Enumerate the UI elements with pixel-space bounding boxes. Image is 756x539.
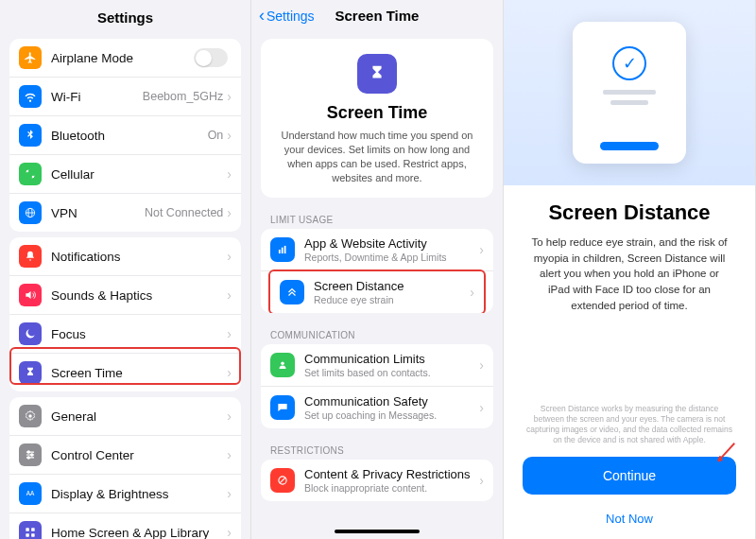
row-title: Screen Distance	[314, 279, 470, 293]
moon-icon	[19, 322, 42, 345]
row-airplane-mode[interactable]: Airplane Mode	[9, 39, 241, 78]
chevron-right-icon: ›	[479, 400, 484, 415]
hero-description: Understand how much time you spend on yo…	[274, 129, 480, 184]
row-label: Airplane Mode	[51, 51, 194, 65]
hero-title: Screen Time	[274, 103, 480, 123]
svg-point-5	[27, 451, 29, 453]
row-value: Beebom_5GHz	[143, 90, 223, 103]
onboarding-fineprint: Screen Distance works by measuring the d…	[523, 404, 736, 445]
not-now-button[interactable]: Not Now	[523, 504, 736, 533]
row-label: Sounds & Haptics	[51, 288, 227, 303]
row-screen-distance[interactable]: Screen Distance Reduce eye strain ›	[270, 271, 484, 313]
phone-mockup: ✓	[573, 22, 686, 164]
screen-distance-onboarding: ✓ Screen Distance To help reduce eye str…	[504, 0, 756, 539]
sun-icon: AA	[19, 482, 42, 505]
chevron-right-icon: ›	[227, 409, 232, 424]
settings-group-general: General › Control Center › AA Display & …	[9, 397, 241, 539]
row-general[interactable]: General ›	[9, 397, 241, 436]
onboarding-description: To help reduce eye strain, and the risk …	[523, 235, 736, 313]
airplane-toggle[interactable]	[194, 48, 228, 67]
cellular-icon	[19, 163, 42, 185]
svg-point-7	[27, 457, 29, 459]
chevron-right-icon: ›	[227, 525, 232, 539]
nav-header: ‹ Settings Screen Time	[251, 0, 503, 29]
row-display[interactable]: AA Display & Brightness ›	[9, 475, 241, 513]
highlight-screen-distance: Screen Distance Reduce eye strain ›	[268, 270, 486, 313]
chevron-right-icon: ›	[479, 242, 484, 257]
airplane-icon	[19, 46, 42, 69]
chevron-right-icon: ›	[470, 285, 474, 300]
svg-rect-22	[282, 248, 284, 253]
svg-rect-10	[31, 528, 35, 531]
row-restrictions[interactable]: Content & Privacy Restrictions Block ina…	[261, 460, 493, 501]
row-label: Home Screen & App Library	[51, 526, 227, 540]
row-control-center[interactable]: Control Center ›	[9, 436, 241, 475]
grid-icon	[19, 521, 42, 539]
hourglass-icon	[357, 54, 397, 94]
home-indicator[interactable]	[335, 530, 420, 533]
row-comm-limits[interactable]: Communication Limits Set limits based on…	[261, 344, 493, 387]
row-label: Control Center	[51, 448, 227, 462]
mock-line	[603, 90, 656, 95]
settings-group-network: Airplane Mode Wi-Fi Beebom_5GHz › Blueto…	[9, 39, 241, 232]
row-label: Wi-Fi	[51, 90, 143, 104]
svg-point-24	[281, 362, 284, 366]
section-header-communication: COMMUNICATION	[251, 319, 503, 344]
vpn-icon	[19, 201, 42, 224]
chevron-right-icon: ›	[479, 357, 484, 373]
row-cellular[interactable]: Cellular ›	[9, 155, 241, 194]
chevron-right-icon: ›	[227, 447, 232, 462]
row-wifi[interactable]: Wi-Fi Beebom_5GHz ›	[9, 78, 241, 116]
section-header-restrictions: RESTRICTIONS	[251, 434, 503, 460]
row-label: Cellular	[51, 167, 227, 182]
section-header-limit: LIMIT USAGE	[251, 203, 503, 229]
row-screen-time[interactable]: Screen Time ›	[9, 354, 241, 391]
svg-point-4	[28, 414, 32, 418]
row-label: Display & Brightness	[51, 487, 227, 501]
chevron-right-icon: ›	[227, 89, 232, 104]
chart-icon	[270, 237, 295, 262]
mock-line	[610, 100, 648, 105]
chevron-right-icon: ›	[227, 205, 232, 220]
row-title: App & Website Activity	[304, 236, 479, 251]
row-label: Screen Time	[51, 366, 227, 380]
mock-button	[600, 142, 659, 150]
row-vpn[interactable]: VPN Not Connected ›	[9, 194, 241, 232]
svg-text:AA: AA	[26, 490, 35, 496]
back-label: Settings	[266, 9, 315, 24]
row-subtitle: Set limits based on contacts.	[304, 367, 479, 378]
row-bluetooth[interactable]: Bluetooth On ›	[9, 116, 241, 155]
group-communication: Communication Limits Set limits based on…	[261, 344, 493, 428]
row-value: Not Connected	[145, 206, 223, 219]
row-home-screen[interactable]: Home Screen & App Library ›	[9, 513, 241, 539]
gear-icon	[19, 405, 42, 427]
bluetooth-icon	[19, 124, 42, 147]
row-focus[interactable]: Focus ›	[9, 315, 241, 354]
button-label: Not Now	[606, 512, 653, 526]
row-subtitle: Reports, Downtime & App Limits	[304, 252, 479, 263]
row-notifications[interactable]: Notifications ›	[9, 237, 241, 276]
row-value: On	[208, 129, 224, 142]
sliders-icon	[19, 443, 42, 466]
checkmark-icon: ✓	[612, 46, 646, 80]
svg-rect-12	[31, 533, 35, 537]
row-title: Communication Limits	[304, 352, 479, 366]
row-sounds[interactable]: Sounds & Haptics ›	[9, 276, 241, 315]
svg-rect-21	[279, 250, 281, 253]
back-button[interactable]: ‹ Settings	[259, 6, 315, 26]
row-subtitle: Reduce eye strain	[314, 294, 470, 305]
continue-button[interactable]: Continue	[523, 457, 736, 495]
onboarding-title: Screen Distance	[523, 200, 736, 225]
row-app-activity[interactable]: App & Website Activity Reports, Downtime…	[261, 229, 493, 271]
hero-card: Screen Time Understand how much time you…	[261, 39, 493, 198]
bell-icon	[19, 245, 42, 268]
row-comm-safety[interactable]: Communication Safety Set up coaching in …	[261, 387, 493, 428]
row-title: Communication Safety	[304, 394, 479, 409]
wifi-icon	[19, 85, 42, 108]
screen-time-panel: ‹ Settings Screen Time Screen Time Under…	[251, 0, 504, 539]
group-limit-usage: App & Website Activity Reports, Downtime…	[261, 229, 493, 313]
chevron-right-icon: ›	[479, 473, 484, 488]
svg-point-6	[31, 454, 33, 456]
chevron-right-icon: ›	[227, 128, 232, 143]
chevron-left-icon: ‹	[259, 6, 265, 26]
